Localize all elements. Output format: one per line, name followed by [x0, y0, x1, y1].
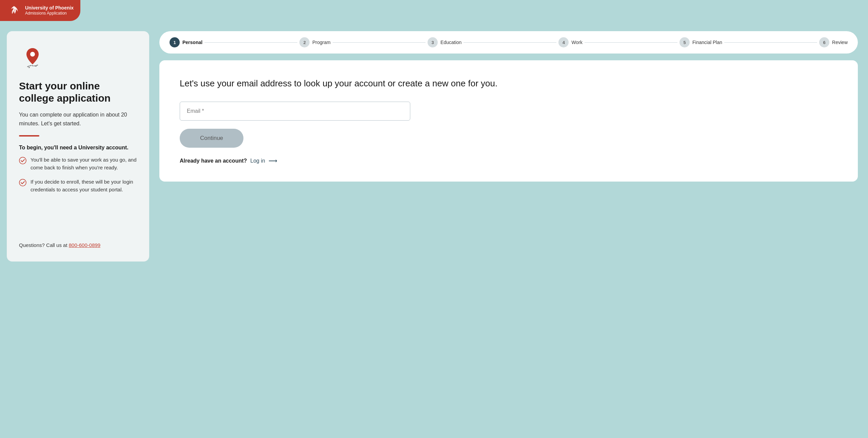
university-name: University of Phoenix — [25, 5, 74, 11]
step-4: 4 Work — [558, 37, 582, 47]
step-1-number: 1 — [170, 37, 180, 47]
svg-point-5 — [19, 179, 26, 186]
step-2-number: 2 — [299, 37, 310, 47]
right-panel: 1 Personal 2 Program 3 Education 4 Work … — [149, 31, 858, 182]
phone-section: Questions? Call us at 800-600-0899 — [19, 242, 137, 248]
step-3-label: Education — [440, 40, 461, 45]
header: University of Phoenix Admissions Applica… — [0, 0, 80, 21]
phone-text: Questions? Call us at — [19, 242, 69, 248]
left-panel: Start your online college application Yo… — [7, 31, 149, 262]
panel-title: Start your online college application — [19, 80, 137, 104]
phoenix-logo-icon — [7, 3, 21, 18]
step-3: 3 Education — [428, 37, 461, 47]
step-1: 1 Personal — [170, 37, 202, 47]
red-divider — [19, 135, 39, 137]
login-link[interactable]: Log in — [250, 158, 265, 164]
steps-container: 1 Personal 2 Program 3 Education 4 Work … — [159, 31, 858, 54]
list-item: If you decide to enroll, these will be y… — [19, 178, 137, 193]
header-text: University of Phoenix Admissions Applica… — [25, 5, 74, 16]
account-heading: To begin, you'll need a University accou… — [19, 145, 137, 151]
main-container: Start your online college application Yo… — [0, 21, 868, 432]
step-2-label: Program — [312, 40, 331, 45]
step-4-number: 4 — [558, 37, 569, 47]
svg-point-3 — [35, 65, 37, 67]
step-connector-5 — [724, 42, 817, 43]
phone-link[interactable]: 800-600-0899 — [69, 242, 100, 248]
step-connector-3 — [463, 42, 556, 43]
step-connector-1 — [204, 42, 297, 43]
step-connector-4 — [585, 42, 677, 43]
step-1-label: Personal — [182, 40, 202, 45]
step-3-number: 3 — [428, 37, 438, 47]
step-6-number: 6 — [819, 37, 829, 47]
check-icon-2 — [19, 179, 26, 189]
already-account-label: Already have an account? — [180, 158, 247, 164]
email-input[interactable] — [180, 102, 410, 121]
step-5-label: Financial Plan — [692, 40, 722, 45]
map-pin-icon — [19, 45, 137, 73]
step-6: 6 Review — [819, 37, 848, 47]
step-connector-2 — [333, 42, 426, 43]
step-5: 5 Financial Plan — [679, 37, 722, 47]
list-item: You'll be able to save your work as you … — [19, 156, 137, 171]
arrow-right-icon: ⟶ — [269, 157, 277, 165]
continue-button[interactable]: Continue — [180, 129, 243, 148]
form-heading: Let's use your email address to look up … — [180, 77, 837, 89]
svg-point-4 — [19, 157, 26, 164]
checklist-item-1: You'll be able to save your work as you … — [31, 156, 137, 171]
checklist: You'll be able to save your work as you … — [19, 156, 137, 193]
svg-point-2 — [28, 67, 30, 68]
form-card: Let's use your email address to look up … — [159, 60, 858, 182]
panel-description: You can complete our application in abou… — [19, 110, 137, 128]
check-icon — [19, 157, 26, 167]
step-6-label: Review — [832, 40, 848, 45]
admissions-label: Admissions Application — [25, 11, 74, 16]
login-section: Already have an account? Log in ⟶ — [180, 157, 837, 165]
svg-point-1 — [30, 52, 35, 57]
checklist-item-2: If you decide to enroll, these will be y… — [31, 178, 137, 193]
step-2: 2 Program — [299, 37, 331, 47]
step-5-number: 5 — [679, 37, 690, 47]
step-4-label: Work — [571, 40, 582, 45]
